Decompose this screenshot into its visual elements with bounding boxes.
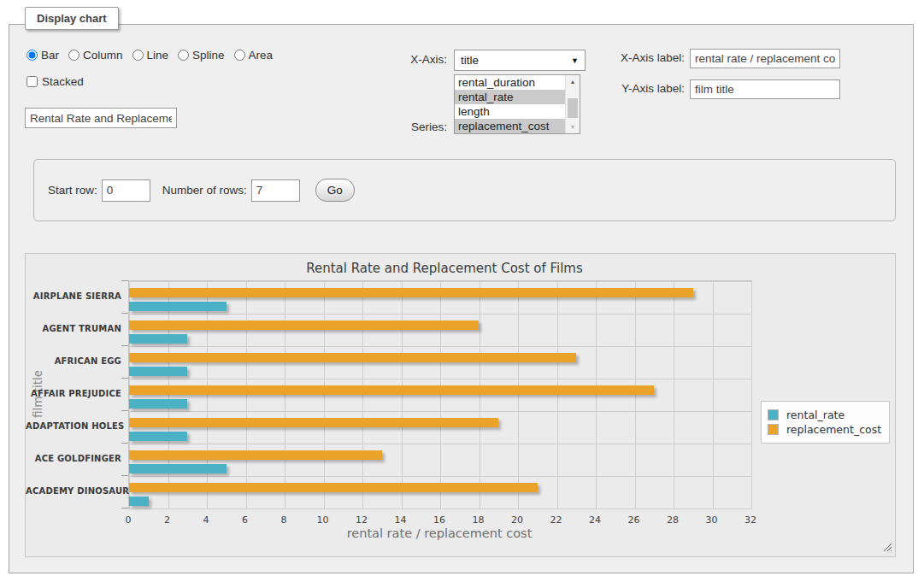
radio-area[interactable] — [234, 50, 245, 61]
series-option-length[interactable]: length — [455, 104, 565, 119]
bar-replacement_cost — [129, 385, 654, 395]
y-axis-tick — [121, 345, 128, 346]
bar-rental_rate — [129, 399, 187, 409]
number-of-rows-input[interactable] — [251, 179, 300, 202]
series-select-label: Series: — [377, 121, 447, 133]
start-row-input[interactable] — [102, 179, 150, 202]
bar-replacement_cost — [129, 418, 498, 427]
radio-column[interactable] — [68, 50, 79, 61]
bar-replacement_cost — [129, 320, 479, 330]
x-tick-label: 26 — [617, 514, 651, 526]
x-tick-label: 6 — [228, 514, 262, 526]
series-option-rental_duration[interactable]: rental_duration — [455, 75, 565, 90]
x-axis-label-label: X-Axis label: — [565, 51, 685, 64]
gridline-vertical — [168, 281, 169, 509]
category-label: ADAPTATION HOLES — [26, 421, 121, 431]
chart-plot — [128, 280, 752, 509]
x-tick-label: 8 — [267, 514, 301, 526]
series-listbox[interactable]: rental_durationrental_ratelengthreplacem… — [454, 74, 580, 134]
go-button[interactable]: Go — [315, 179, 355, 202]
category-label: AFRICAN EGG — [26, 356, 121, 366]
y-axis-tick — [121, 378, 128, 379]
radio-label: Bar — [41, 49, 59, 62]
gridline-vertical — [440, 281, 441, 509]
radio-label: Area — [249, 49, 274, 62]
legend-entry-rental_rate: rental_rate — [768, 409, 881, 421]
scrollbar-thumb[interactable] — [568, 98, 578, 118]
radio-label: Column — [83, 49, 123, 62]
category-label: AIRPLANE SIERRA — [26, 291, 121, 301]
series-option-replacement_cost[interactable]: replacement_cost — [455, 119, 565, 133]
resize-handle-icon[interactable] — [883, 543, 892, 551]
gridline-vertical — [402, 281, 403, 509]
x-tick-label: 24 — [578, 514, 612, 526]
chart-type-option-column[interactable]: Column — [68, 49, 123, 62]
x-axis-selected-value: title — [461, 54, 571, 67]
bar-replacement_cost — [129, 288, 693, 297]
gridline-vertical — [480, 281, 480, 509]
stacked-checkbox[interactable] — [26, 76, 38, 87]
row-range-box: Start row: Number of rows: Go — [33, 159, 896, 221]
gridline-vertical — [596, 281, 597, 509]
x-tick-label: 12 — [344, 514, 379, 526]
x-axis-label-input[interactable] — [690, 49, 840, 68]
legend-swatch — [768, 424, 779, 435]
radio-label: Line — [147, 49, 169, 62]
bar-replacement_cost — [129, 450, 382, 460]
gridline-vertical — [129, 281, 130, 509]
bar-replacement_cost — [129, 353, 576, 362]
bar-rental_rate — [129, 302, 227, 311]
bar-rental_rate — [129, 367, 187, 376]
bar-replacement_cost — [129, 483, 538, 492]
gridline-vertical — [635, 281, 636, 509]
gridline-vertical — [324, 281, 325, 509]
gridline-vertical — [674, 281, 674, 509]
radio-line[interactable] — [132, 50, 144, 61]
number-of-rows-label: Number of rows: — [162, 184, 247, 197]
chart: Rental Rate and Replacement Cost of Film… — [25, 253, 896, 557]
start-row-label: Start row: — [48, 184, 97, 197]
gridline-horizontal — [129, 509, 751, 509]
bar-rental_rate — [129, 464, 227, 473]
x-tick-label: 22 — [539, 514, 574, 526]
display-chart-fieldset: Display chart BarColumnLineSplineArea St… — [9, 24, 914, 573]
chart-legend: rental_ratereplacement_cost — [761, 401, 890, 444]
x-tick-label: 28 — [656, 514, 690, 526]
stacked-checkbox-row[interactable]: Stacked — [26, 75, 84, 88]
x-tick-label: 14 — [384, 514, 418, 526]
chart-title-input[interactable] — [25, 108, 177, 128]
x-tick-label: 2 — [150, 514, 185, 526]
gridline-horizontal — [129, 346, 751, 347]
series-option-rental_rate[interactable]: rental_rate — [455, 90, 565, 104]
y-axis-label-input[interactable] — [690, 79, 840, 99]
chart-type-option-line[interactable]: Line — [132, 49, 169, 62]
category-label: ACE GOLDFINGER — [26, 454, 121, 463]
legend-entry-replacement_cost: replacement_cost — [768, 423, 881, 436]
legend-swatch — [768, 409, 779, 420]
chart-title: Rental Rate and Replacement Cost of Film… — [26, 261, 863, 276]
gridline-horizontal — [129, 476, 751, 477]
fieldset-legend: Display chart — [25, 7, 119, 30]
chart-type-option-spline[interactable]: Spline — [178, 49, 225, 62]
y-axis-tick — [121, 313, 128, 314]
series-options: rental_durationrental_ratelengthreplacem… — [455, 75, 565, 133]
radio-spline[interactable] — [178, 50, 189, 61]
gridline-vertical — [207, 281, 208, 509]
x-tick-label: 16 — [422, 514, 456, 526]
legend-label: replacement_cost — [779, 423, 881, 436]
legend-label: rental_rate — [779, 409, 845, 421]
chart-type-option-area[interactable]: Area — [234, 49, 274, 62]
radio-bar[interactable] — [26, 50, 38, 61]
radio-label: Spline — [192, 49, 225, 62]
gridline-horizontal — [129, 281, 751, 282]
stacked-label: Stacked — [42, 75, 84, 88]
chart-type-radios: BarColumnLineSplineArea — [26, 49, 273, 62]
scroll-down-icon[interactable]: ▼ — [566, 121, 580, 133]
gridline-horizontal — [129, 411, 751, 412]
bar-rental_rate — [129, 497, 149, 506]
y-axis-tick — [121, 410, 128, 411]
chart-type-option-bar[interactable]: Bar — [26, 49, 59, 62]
y-axis-tick — [121, 508, 128, 509]
y-axis-label-label: Y-Axis label: — [565, 82, 685, 95]
y-axis-tick — [121, 475, 128, 476]
